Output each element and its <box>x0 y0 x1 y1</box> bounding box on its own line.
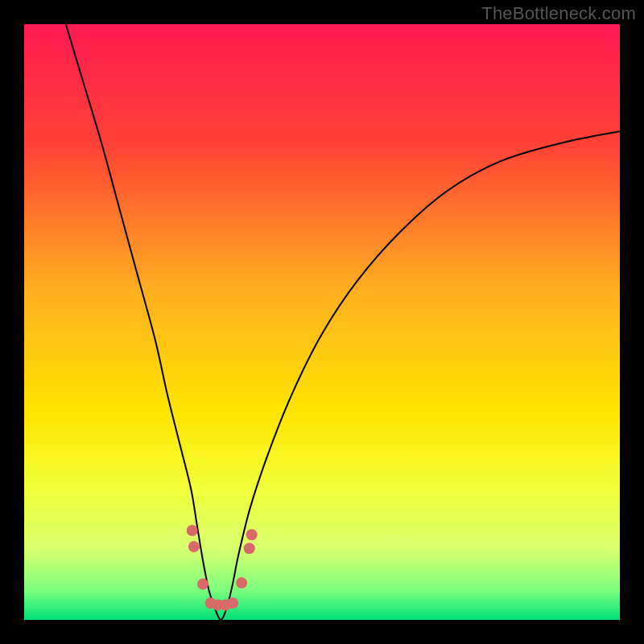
watermark-text: TheBottleneck.com <box>481 3 636 24</box>
gradient-background <box>24 24 620 620</box>
marker-point <box>246 529 258 540</box>
marker-point <box>236 577 247 588</box>
chart-frame: TheBottleneck.com <box>0 0 644 644</box>
marker-point <box>244 543 255 554</box>
marker-point <box>188 541 200 552</box>
marker-point <box>187 525 198 536</box>
marker-point <box>197 579 208 590</box>
bottleneck-chart <box>24 24 620 620</box>
plot-area <box>24 24 620 620</box>
marker-point <box>227 597 238 609</box>
